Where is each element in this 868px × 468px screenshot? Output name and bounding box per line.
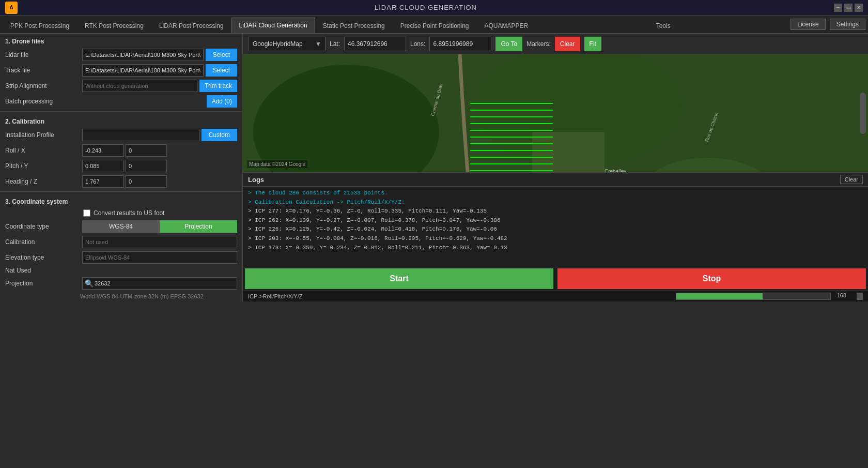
calibration-row: Calibration [0, 234, 242, 250]
roll-x-input2[interactable] [126, 144, 167, 157]
left-panel: 1. Drone files Lidar file Select Track f… [0, 34, 243, 301]
pitch-y-row: Pitch / Y [0, 158, 242, 174]
app-title: LIDAR CLOUD GENERATION [18, 4, 834, 11]
roll-x-label: Roll / X [5, 147, 80, 154]
status-scrollbar[interactable] [857, 293, 863, 300]
convert-us-foot-checkbox[interactable] [83, 209, 90, 217]
restore-button[interactable]: ▭ [844, 4, 853, 12]
installation-profile-row: Installation Profile Custom [0, 127, 242, 143]
status-bar: ICP->Roll/Pitch/X/Y/Z 168 [243, 290, 868, 301]
tab-aquamapper[interactable]: AQUAMAPPER [477, 18, 536, 33]
map-toolbar: GoogleHybridMap GoogleSatellite OpenStre… [243, 34, 868, 54]
status-text: ICP->Roll/Pitch/X/Y/Z [248, 293, 671, 299]
strip-alignment-row: Strip Alignment Trim track [0, 78, 242, 94]
section1-title: 1. Drone files [0, 34, 242, 47]
projection-row: Projection 🔍 [0, 276, 242, 291]
license-button[interactable]: License [791, 19, 825, 30]
markers-label: Markers: [526, 40, 551, 48]
projection-label: Projection [5, 280, 80, 287]
calibration-input[interactable] [82, 236, 237, 248]
tab-ppk-post-processing[interactable]: PPK Post Processing [3, 18, 77, 33]
custom-button[interactable]: Custom [202, 129, 237, 141]
start-button[interactable]: Start [245, 268, 553, 289]
convert-us-foot-row: Convert results to US foot [0, 207, 242, 219]
installation-profile-input[interactable] [82, 129, 199, 141]
log-line: > ICP 203: X=-0.55, Y=-0.084, Z=-0.016, … [248, 234, 863, 244]
convert-us-foot-label: Convert results to US foot [94, 209, 168, 217]
roll-x-input1[interactable] [82, 144, 123, 157]
strip-alignment-label: Strip Alignment [5, 82, 80, 89]
heading-z-row: Heading / Z [0, 174, 242, 189]
right-section: GoogleHybridMap GoogleSatellite OpenStre… [243, 34, 868, 301]
track-select-button[interactable]: Select [206, 64, 237, 77]
lon-label: Lons: [410, 40, 425, 48]
map-attribution: Map data ©2024 Google [247, 160, 307, 168]
log-line: > ICP 277: X=0.176, Y=-0.36, Z=-0, Roll=… [248, 207, 863, 216]
section3-title: 3. Coordinate system [0, 194, 242, 207]
top-tabs: PPK Post Processing RTK Post Processing … [0, 16, 868, 34]
logs-area: Logs Clear > The cloud 286 consists of 2… [243, 172, 868, 301]
pitch-y-input2[interactable] [126, 160, 167, 172]
map-type-select[interactable]: GoogleHybridMap GoogleSatellite OpenStre… [248, 37, 326, 51]
lidar-file-input[interactable] [82, 49, 204, 61]
map-svg: Promenade chien... Grange du Bras Crebel… [243, 54, 868, 172]
search-icon: 🔍 [85, 279, 94, 288]
close-button[interactable]: ✕ [855, 4, 863, 12]
log-line: > ICP 173: X=-0.359, Y=-0.234, Z=-0.012,… [248, 244, 863, 253]
lidar-select-button[interactable]: Select [206, 49, 237, 61]
elevation-type-row: Elevation type [0, 250, 242, 265]
logs-header: Logs Clear [243, 173, 868, 187]
bottom-bar: Start Stop [243, 267, 868, 290]
track-file-input[interactable] [82, 64, 204, 77]
calibration-label: Calibration [5, 238, 80, 246]
heading-z-input1[interactable] [82, 175, 123, 188]
stop-button[interactable]: Stop [557, 268, 866, 289]
track-file-label: Track file [5, 67, 80, 74]
lidar-file-row: Lidar file Select [0, 47, 242, 63]
tab-lidar-post-processing[interactable]: LiDAR Post Processing [151, 18, 231, 33]
lon-input[interactable] [429, 37, 491, 51]
section2-title: 2. Calibration [0, 114, 242, 127]
elevation-type-input[interactable] [82, 251, 237, 264]
clear-markers-button[interactable]: Clear [555, 37, 580, 51]
status-progress-label: 168 [837, 292, 846, 298]
lat-input[interactable] [344, 37, 406, 51]
logs-clear-button[interactable]: Clear [840, 175, 863, 184]
elevation-type-label: Elevation type [5, 254, 80, 261]
nat-used-row: Nat Used [0, 265, 242, 276]
log-line: > Calibration Calculation -> Pitch/Roll/… [248, 198, 863, 207]
projection-button[interactable]: Projection [160, 220, 237, 233]
status-progress-bar-wrap [676, 293, 831, 300]
tab-precise-point-positioning[interactable]: Precise Point Positioning [393, 18, 477, 33]
logs-content: > The cloud 286 consists of 21533 points… [243, 187, 868, 267]
map-scrollbar[interactable] [860, 93, 866, 134]
tab-static-post-processing[interactable]: Static Post Processing [315, 18, 393, 33]
tab-lidar-cloud-generation[interactable]: LiDAR Cloud Generation [231, 18, 315, 33]
tab-rtk-post-processing[interactable]: RTK Post Processing [77, 18, 151, 33]
projection-input[interactable] [95, 280, 235, 286]
strip-alignment-input[interactable] [82, 80, 197, 92]
tab-tools[interactable]: Tools [648, 18, 678, 33]
projection-input-wrap: 🔍 [82, 277, 237, 290]
app-logo: A [5, 2, 18, 14]
map-area[interactable]: Promenade chien... Grange du Bras Crebel… [243, 54, 868, 172]
minimize-button[interactable]: ─ [834, 4, 842, 12]
pitch-y-label: Pitch / Y [5, 162, 80, 170]
heading-z-input2[interactable] [126, 175, 167, 188]
roll-x-row: Roll / X [0, 143, 242, 158]
log-line: > ICP 226: X=0.125, Y=-0.42, Z=-0.024, R… [248, 225, 863, 234]
settings-button[interactable]: Settings [830, 19, 865, 30]
pitch-y-input1[interactable] [82, 160, 123, 172]
heading-z-label: Heading / Z [5, 178, 80, 185]
goto-button[interactable]: Go To [495, 37, 522, 51]
projection-description: World-WGS 84-UTM-zone 32N (m) EPSG 32632 [0, 291, 242, 301]
add-button[interactable]: Add (0) [207, 95, 237, 108]
log-line: > ICP 262: X=0.139, Y=-0.27, Z=-0.007, R… [248, 216, 863, 225]
wgs84-button[interactable]: WGS-84 [82, 220, 160, 233]
track-file-row: Track file Select [0, 63, 242, 78]
lat-label: Lat: [330, 40, 340, 48]
fit-button[interactable]: Fit [584, 37, 601, 51]
trim-track-button[interactable]: Trim track [199, 80, 237, 92]
installation-profile-label: Installation Profile [5, 131, 80, 139]
log-line: > The cloud 286 consists of 21533 points… [248, 189, 863, 198]
